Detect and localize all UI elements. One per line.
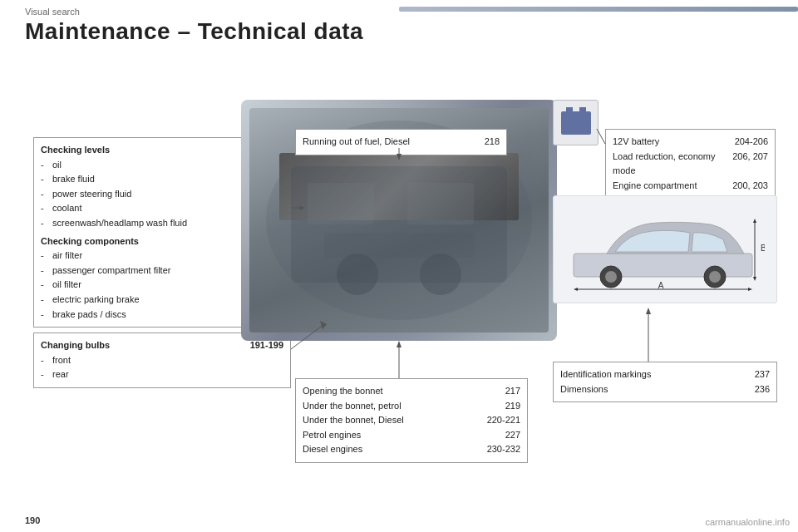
battery-icon	[561, 111, 591, 135]
bonnet-item-1: Opening the bonnet217	[303, 384, 520, 399]
svg-text:B: B	[761, 244, 765, 253]
bulb-item-front: -front	[41, 353, 283, 368]
bonnet-item-5: Diesel engines230-232	[303, 442, 520, 457]
watermark: carmanualonline.info	[705, 517, 790, 527]
opening-bonnet-box: Opening the bonnet217 Under the bonnet, …	[295, 378, 528, 463]
battery-icon-box	[553, 100, 598, 145]
car-side-image: A B	[553, 195, 777, 303]
svg-marker-18	[753, 277, 756, 281]
svg-marker-14	[748, 288, 752, 291]
svg-marker-30	[646, 308, 651, 314]
bulb-item-rear: -rear	[41, 367, 283, 382]
id-item-1: Identification markings237	[560, 367, 770, 382]
running-out-fuel-box: Running out of fuel, Diesel 218	[295, 129, 507, 155]
page-number: 190	[25, 515, 40, 525]
svg-point-5	[337, 254, 378, 295]
bonnet-item-2: Under the bonnet, petrol219	[303, 399, 520, 414]
bonnet-item-4: Petrol engines227	[303, 428, 520, 443]
car-side-svg: A B	[565, 208, 765, 291]
section-label: Visual search	[25, 7, 80, 17]
svg-text:A: A	[658, 281, 664, 290]
changing-bulbs-box: Changing bulbs 191-199 -front -rear	[33, 332, 291, 388]
id-item-2: Dimensions236	[560, 382, 770, 397]
svg-point-11	[709, 271, 721, 283]
svg-rect-2	[308, 183, 374, 224]
identification-box: Identification markings237 Dimensions236	[553, 362, 777, 402]
svg-rect-4	[324, 233, 474, 258]
fuel-ref: 218	[485, 135, 500, 150]
battery-item-1: 12V battery204-206	[613, 135, 768, 150]
page-title: Maintenance – Technical data	[25, 18, 363, 45]
battery-item-2: Load reduction, economy mode206, 207	[613, 150, 768, 179]
header-bar	[399, 7, 798, 12]
svg-rect-3	[407, 183, 474, 224]
fuel-label: Running out of fuel, Diesel	[303, 135, 410, 150]
svg-marker-27	[397, 341, 401, 347]
bonnet-item-3: Under the bonnet, Diesel220-221	[303, 413, 520, 428]
svg-marker-17	[753, 219, 756, 223]
svg-marker-13	[574, 288, 578, 291]
svg-point-6	[420, 254, 461, 295]
svg-point-9	[605, 271, 617, 283]
